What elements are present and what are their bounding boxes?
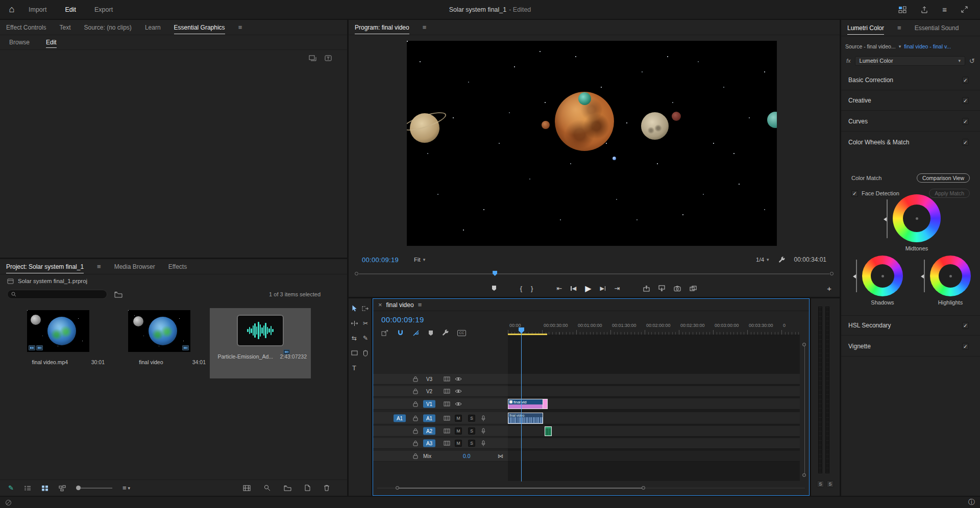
timeline-vertical-scrollbar[interactable] [802, 343, 806, 477]
curves-checkbox[interactable]: ✓ [962, 118, 969, 124]
solo-button[interactable]: S [468, 427, 475, 435]
bin-item-final-video-mp4[interactable]: final video.mp4 30:01 [8, 308, 109, 378]
search-box[interactable] [7, 290, 107, 299]
panel-menu-icon[interactable]: ≡ [418, 301, 422, 309]
section-creative[interactable]: Creative ✓ [841, 90, 980, 111]
program-timecode[interactable]: 00:00:09:19 [362, 256, 399, 264]
subtab-edit[interactable]: Edit [46, 39, 57, 46]
lumetri-clip-name[interactable]: final video - final v... [904, 43, 951, 49]
clip-video-tail[interactable] [543, 399, 548, 409]
tab-program[interactable]: Program: final video [355, 24, 409, 31]
sync-lock-icon[interactable] [444, 416, 450, 421]
panel-menu-icon[interactable]: ≡ [97, 263, 101, 270]
snap-magnet-icon[interactable] [397, 329, 404, 336]
highlights-color-wheel[interactable] [930, 256, 971, 296]
clip-audio-small-green[interactable] [545, 426, 552, 436]
program-video-viewport[interactable] [407, 41, 777, 246]
lock-icon[interactable] [413, 453, 418, 459]
track-header-a1[interactable]: A1 A1 M S [373, 412, 508, 424]
timeline-timecode[interactable]: 00:00:09:19 [381, 315, 424, 324]
track-visibility-eye-icon[interactable] [455, 377, 462, 382]
search-input[interactable] [19, 291, 103, 297]
mix-volume-value[interactable]: 0.0 [463, 453, 471, 459]
keyframe-bowtie-icon[interactable]: ⋈ [498, 453, 503, 460]
add-marker-icon[interactable] [428, 330, 433, 336]
zoom-slider[interactable] [76, 486, 112, 490]
icon-view-icon[interactable] [41, 485, 48, 491]
solo-button[interactable]: S [817, 480, 824, 488]
playback-resolution-dropdown[interactable]: 1/4▾ [756, 257, 769, 263]
type-tool[interactable]: T [350, 364, 359, 372]
sync-lock-icon[interactable] [444, 389, 450, 394]
solo-button[interactable]: S [468, 440, 475, 447]
track-name-a2[interactable]: A2 [423, 427, 435, 435]
track-select-forward-tool[interactable] [361, 304, 370, 313]
mark-out-icon[interactable]: } [531, 285, 533, 292]
timeline-ruler[interactable]: 00:00 00:00:30:00 00:01:00:00 00:01:30:0… [508, 321, 800, 335]
color-wheels-checkbox[interactable]: ✓ [962, 139, 969, 146]
nav-edit[interactable]: Edit [65, 6, 76, 13]
mute-button[interactable]: M [455, 415, 462, 422]
linked-selection-icon[interactable] [412, 330, 420, 336]
lock-icon[interactable] [413, 401, 418, 407]
track-name-v1[interactable]: V1 [423, 400, 435, 408]
track-header-mix[interactable]: Mix 0.0 ⋈ [373, 451, 508, 462]
timeline-track-lane-mix[interactable] [508, 451, 800, 462]
new-bin-icon[interactable] [284, 485, 291, 491]
hsl-secondary-checkbox[interactable]: ✓ [962, 322, 969, 329]
section-curves[interactable]: Curves ✓ [841, 111, 980, 132]
nav-export[interactable]: Export [94, 6, 113, 13]
track-name-v3[interactable]: V3 [423, 375, 435, 383]
timeline-track-lane-v2[interactable] [508, 386, 800, 397]
apply-match-button[interactable]: Apply Match [929, 189, 970, 198]
track-header-v1[interactable]: V1 [373, 398, 508, 410]
list-view-icon[interactable] [24, 485, 31, 491]
section-basic-correction[interactable]: Basic Correction ✓ [841, 70, 980, 90]
track-name-a1[interactable]: A1 [423, 414, 435, 422]
scrubber-end-handle[interactable] [830, 272, 834, 275]
chevron-down-icon[interactable]: ▾ [899, 44, 901, 49]
source-patch-a1[interactable]: A1 [394, 414, 406, 422]
basic-correction-checkbox[interactable]: ✓ [962, 77, 969, 83]
hscroll-right-handle[interactable] [642, 486, 645, 490]
track-header-v3[interactable]: V3 [373, 374, 508, 385]
zoom-level-dropdown[interactable]: Fit▾ [414, 257, 425, 263]
slip-tool[interactable]: ⇆ [350, 334, 359, 342]
timeline-horizontal-scrollbar[interactable] [377, 485, 805, 491]
close-icon[interactable]: × [378, 301, 382, 309]
track-header-a2[interactable]: A2 M S [373, 426, 508, 437]
effect-dropdown[interactable]: Lumetri Color ▾ [855, 56, 966, 66]
button-editor-plus[interactable]: + [827, 281, 831, 295]
shadows-luma-slider[interactable] [856, 260, 857, 292]
freeform-view-icon[interactable] [59, 485, 66, 491]
panel-menu-icon[interactable]: ≡ [238, 23, 242, 31]
tab-learn[interactable]: Learn [145, 24, 161, 31]
timeline-track-lane-v3[interactable] [508, 374, 800, 385]
tab-effects[interactable]: Effects [168, 263, 187, 270]
timeline-track-lane-v1[interactable] [508, 398, 800, 410]
sync-lock-icon[interactable] [444, 376, 450, 382]
fullscreen-icon[interactable] [961, 6, 968, 13]
razor-tool[interactable]: ✂ [361, 319, 370, 327]
zoom-slider-handle[interactable] [76, 486, 81, 490]
nest-toggle-icon[interactable] [381, 330, 388, 336]
add-marker-icon[interactable] [492, 285, 497, 291]
export-frame-camera-icon[interactable] [674, 286, 681, 291]
vscroll-top-handle[interactable] [802, 343, 806, 346]
scrubber-track[interactable] [359, 273, 829, 274]
scrubber-playhead[interactable] [493, 271, 497, 276]
rectangle-tool[interactable] [350, 349, 359, 357]
tab-text[interactable]: Text [59, 24, 70, 31]
new-layer-icon[interactable] [309, 55, 316, 61]
captions-icon[interactable]: CC [457, 330, 466, 336]
face-detection-checkbox[interactable]: ✓ [851, 190, 858, 197]
comparison-view-button[interactable]: Comparison View [917, 173, 970, 183]
tab-project[interactable]: Project: Solar system final_1 [6, 263, 84, 270]
lock-icon[interactable] [413, 440, 418, 446]
mute-button[interactable]: M [455, 427, 462, 435]
tab-lumetri-color[interactable]: Lumetri Color [847, 24, 884, 32]
section-hsl-secondary[interactable]: HSL Secondary ✓ [841, 315, 980, 336]
section-vignette[interactable]: Vignette ✓ [841, 336, 980, 357]
quick-export-icon[interactable] [921, 6, 928, 13]
tab-essential-sound[interactable]: Essential Sound [915, 24, 959, 32]
